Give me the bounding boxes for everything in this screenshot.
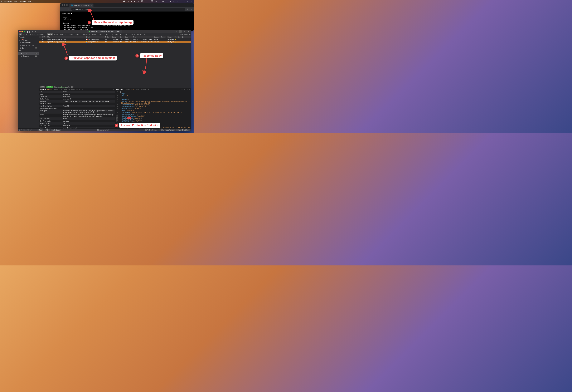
menu-help[interactable]: Help: [28, 0, 31, 2]
tab-query[interactable]: Query: [54, 89, 58, 90]
bar-icon[interactable]: ⊟: [162, 0, 164, 2]
add-tab-icon[interactable]: +: [82, 89, 83, 90]
filter-other[interactable]: Other: [98, 33, 103, 35]
tab-resp-treeview[interactable]: Treeview: [141, 89, 146, 90]
v-icon[interactable]: 𝑉: [137, 0, 139, 2]
tab-raw[interactable]: Raw: [64, 89, 67, 90]
filter-5xx[interactable]: 5xx: [124, 33, 128, 35]
header-row[interactable]: Sec-Fetch-Sitenone: [39, 118, 115, 120]
chevrons-icon[interactable]: ⇅: [187, 89, 188, 90]
play-icon[interactable]: ⊙: [173, 0, 175, 2]
th-status[interactable]: Status: [111, 36, 119, 38]
wifi-icon[interactable]: ⌔: [176, 0, 178, 2]
th-date[interactable]: Date: [124, 36, 132, 38]
chrome-omnibox[interactable]: ⊙ httpbin.org/get?id=123 ☆: [71, 8, 185, 11]
header-row[interactable]: Cache-Controlmax-age=0: [39, 98, 115, 100]
coffee-icon[interactable]: ☕: [123, 0, 125, 2]
control-center-icon[interactable]: ⊞: [187, 0, 189, 2]
forward-button[interactable]: →: [65, 8, 67, 10]
calendar-icon[interactable]: ▭: [158, 0, 160, 2]
gear-icon[interactable]: ⚙: [189, 89, 190, 90]
trash-icon[interactable]: 🗑: [35, 31, 36, 33]
menu-setup[interactable]: Setup: [14, 0, 18, 2]
sidebar-pinned[interactable]: ⌄📌Pinned: [18, 39, 39, 41]
tab-resp-body[interactable]: Body: [131, 89, 135, 90]
more-icon[interactable]: ≫: [190, 8, 192, 11]
header-row[interactable]: sec-ch-ua"Google Chrome";v="131", "Chrom…: [39, 100, 115, 103]
search-icon[interactable]: ⊡: [183, 0, 185, 2]
sidebar-saved[interactable]: ⊞Saved24: [18, 47, 39, 49]
header-row[interactable]: sec-ch-ua-platform"macOS": [39, 105, 115, 107]
close-tab-icon[interactable]: ×: [91, 4, 92, 6]
th-method[interactable]: Method: [104, 36, 111, 38]
th-id[interactable]: ID ^: [41, 36, 46, 38]
filter-input[interactable]: Filter (⌘⌥F): [23, 129, 32, 131]
filter-google[interactable]: google: [137, 33, 143, 35]
tab-header[interactable]: Header: [47, 89, 52, 90]
header-row[interactable]: sec-ch-ua-mobile?0: [39, 103, 115, 105]
chrome-traffic-lights[interactable]: [62, 4, 68, 6]
filter-all[interactable]: All: [18, 33, 22, 35]
filter-websocket[interactable]: WebSocket: [36, 33, 45, 35]
filter-css[interactable]: CSS: [69, 33, 73, 35]
th-request[interactable]: Request: [160, 36, 167, 38]
refresh-icon[interactable]: ↻: [169, 0, 171, 2]
json-format-label[interactable]: JSON: [181, 89, 185, 90]
site-info-icon[interactable]: ⊙: [73, 8, 74, 10]
th-client[interactable]: Client: [85, 36, 104, 38]
header-row[interactable]: User-AgentMozilla/5.0 (Macintosh; Intel …: [39, 110, 115, 114]
filter-form[interactable]: Form: [53, 33, 59, 35]
header-row[interactable]: Hosthttpbin.org: [39, 93, 115, 95]
sidebar-pin-proxyman[interactable]: ⊖proxyman.io: [18, 41, 39, 44]
reset-filters[interactable]: Reset Filters⊘: [180, 33, 191, 35]
layout-split-icon[interactable]: ◫: [179, 30, 182, 33]
filter-graphql[interactable]: GraphQL: [74, 33, 82, 35]
new-tab-button[interactable]: +: [95, 4, 96, 6]
add-filter-icon[interactable]: ⊕: [19, 129, 20, 131]
gear-icon[interactable]: ⚙: [113, 89, 114, 90]
user-icon[interactable]: ⊡: [190, 0, 192, 2]
menu-certificate[interactable]: Certificate: [4, 0, 12, 2]
extensions-icon[interactable]: ⊡: [187, 8, 189, 11]
auto-select-button[interactable]: Auto Select: [51, 129, 61, 131]
th-ssl[interactable]: SSL: [174, 36, 177, 38]
traffic-lights[interactable]: [19, 31, 25, 32]
istat-icon[interactable]: ▦: [134, 0, 136, 2]
layout-right-icon[interactable]: ◨: [187, 30, 190, 33]
tab-summary[interactable]: Summary: [68, 89, 75, 90]
table-row[interactable]: 353 https://httpbin.org/get?id=123 Googl…: [39, 41, 191, 43]
tab-body[interactable]: Body: [59, 89, 63, 90]
th-edited[interactable]: Edited: [177, 36, 181, 38]
header-row[interactable]: Sec-Fetch-User?1: [39, 122, 115, 125]
th-code[interactable]: Code: [119, 36, 124, 38]
bug-icon[interactable]: ✿: [130, 0, 132, 2]
mem-stat[interactable]: MEM13%: [151, 0, 153, 2]
th-duration[interactable]: Duration: [153, 36, 160, 38]
filter-document[interactable]: Document: [82, 33, 91, 35]
filter-media[interactable]: Media: [92, 33, 97, 35]
add-tab-icon[interactable]: +: [148, 89, 149, 90]
sidebar-domains[interactable]: ›⊖Domains20: [18, 55, 39, 57]
header-row[interactable]: Sec-Fetch-Destdocument: [39, 125, 115, 127]
reload-button[interactable]: ⟳: [68, 8, 70, 10]
filter-json[interactable]: JSON: [47, 33, 53, 35]
clear-button[interactable]: Clear: [38, 129, 43, 131]
header-row[interactable]: Upgrade-Insecure-Requests1: [39, 107, 115, 110]
th-url[interactable]: URL: [46, 36, 85, 38]
battery-icon[interactable]: ▭: [180, 0, 182, 2]
compose-icon[interactable]: ✎: [32, 31, 33, 33]
pretty-print-checkbox[interactable]: [71, 13, 72, 14]
sidebar-pin-producthunt[interactable]: ⊖www.producthunt.c...: [18, 44, 39, 47]
th-time[interactable]: Time: [132, 36, 153, 38]
layout-bottom-icon[interactable]: ⊟: [183, 30, 186, 33]
pretty-print-toggle[interactable]: Pretty-print: [61, 12, 193, 15]
filter-xml[interactable]: XML: [59, 33, 64, 35]
filter-httpbin[interactable]: httpbin: [130, 33, 136, 35]
cpu-stat[interactable]: CPU43°: [141, 0, 143, 2]
proxy-overridden-button[interactable]: Proxy Overridden: [176, 129, 190, 131]
tab-resp-raw[interactable]: Raw: [136, 89, 139, 90]
tab-json[interactable]: JSON: [76, 89, 80, 90]
header-row[interactable]: Sec-Fetch-Modenavigate: [39, 120, 115, 122]
back-button[interactable]: ←: [62, 8, 64, 10]
listening-pill[interactable]: Proxyman | Listening on 192.168.1.17:909…: [87, 30, 122, 33]
